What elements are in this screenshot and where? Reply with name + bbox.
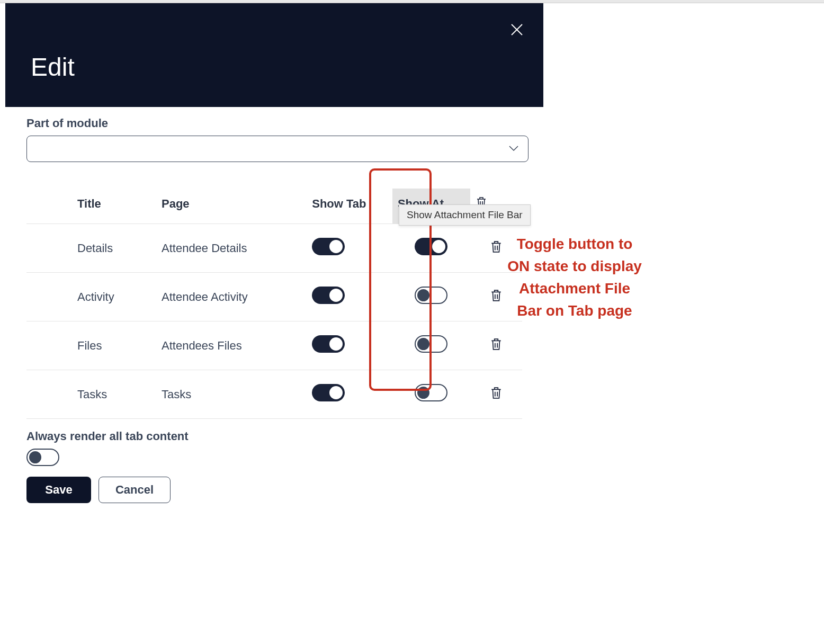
row-show-tab-cell xyxy=(307,321,392,370)
modal-body: Part of module Title Page Show Tab Show … xyxy=(5,107,543,524)
module-field-label: Part of module xyxy=(26,117,522,130)
close-button[interactable] xyxy=(508,21,525,38)
table-header-title: Title xyxy=(26,189,156,224)
table-row: DetailsAttendee Details xyxy=(26,224,522,273)
table-header-page: Page xyxy=(156,189,307,224)
show-attachment-toggle[interactable] xyxy=(415,287,447,304)
module-select-wrap xyxy=(26,136,529,162)
row-delete-cell xyxy=(470,370,522,419)
annotation-text: Toggle button to ON state to display Att… xyxy=(506,233,643,322)
row-page: Tasks xyxy=(156,370,307,419)
row-page: Attendee Activity xyxy=(156,273,307,321)
row-show-att-cell xyxy=(392,321,470,370)
modal-header: Edit xyxy=(5,3,543,107)
table-header-show-tab: Show Tab xyxy=(307,189,392,224)
row-show-tab-cell xyxy=(307,224,392,273)
show-attachment-toggle[interactable] xyxy=(415,384,447,401)
tooltip: Show Attachment File Bar xyxy=(399,204,531,226)
delete-row-button[interactable] xyxy=(490,239,503,254)
row-title: Tasks xyxy=(26,370,156,419)
table-row: ActivityAttendee Activity xyxy=(26,273,522,321)
row-page: Attendees Files xyxy=(156,321,307,370)
show-tab-toggle[interactable] xyxy=(312,384,345,401)
module-select[interactable] xyxy=(26,136,529,162)
row-delete-cell xyxy=(470,321,522,370)
delete-row-button[interactable] xyxy=(490,337,503,352)
delete-row-button[interactable] xyxy=(490,288,503,303)
row-show-att-cell xyxy=(392,370,470,419)
show-tab-toggle[interactable] xyxy=(312,335,345,353)
row-title: Activity xyxy=(26,273,156,321)
row-title: Files xyxy=(26,321,156,370)
close-icon xyxy=(510,23,524,37)
cancel-button[interactable]: Cancel xyxy=(98,477,171,503)
row-title: Details xyxy=(26,224,156,273)
table-row: FilesAttendees Files xyxy=(26,321,522,370)
show-attachment-toggle[interactable] xyxy=(415,335,447,353)
save-button[interactable]: Save xyxy=(26,477,91,503)
modal-title: Edit xyxy=(31,52,75,82)
row-show-att-cell xyxy=(392,224,470,273)
show-tab-toggle[interactable] xyxy=(312,287,345,304)
table-row: TasksTasks xyxy=(26,370,522,419)
row-show-tab-cell xyxy=(307,273,392,321)
edit-modal: Edit Part of module Title Page Show Tab … xyxy=(5,3,543,524)
button-row: Save Cancel xyxy=(26,477,522,503)
row-show-tab-cell xyxy=(307,370,392,419)
row-show-att-cell xyxy=(392,273,470,321)
show-tab-toggle[interactable] xyxy=(312,238,345,255)
always-render-label: Always render all tab content xyxy=(26,430,522,443)
row-page: Attendee Details xyxy=(156,224,307,273)
delete-row-button[interactable] xyxy=(490,386,503,400)
always-render-toggle[interactable] xyxy=(26,449,59,466)
tabs-table-wrap: Title Page Show Tab Show At... DetailsAt… xyxy=(26,189,522,503)
show-attachment-toggle[interactable] xyxy=(415,238,447,255)
